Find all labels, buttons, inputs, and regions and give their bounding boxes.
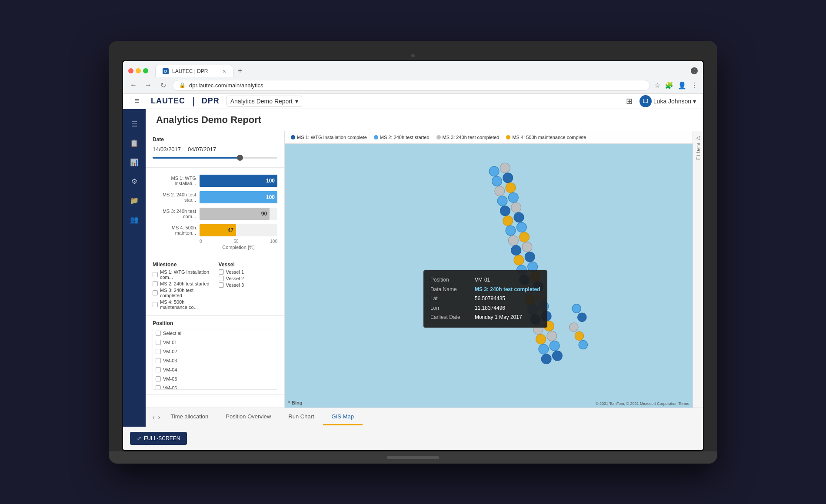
- app-logo-right: DPR: [202, 96, 220, 106]
- more-options-icon[interactable]: ⋮: [691, 81, 698, 90]
- position-item-vm03[interactable]: VM-03: [153, 357, 277, 365]
- tabs-prev-button[interactable]: ‹: [151, 414, 157, 421]
- milestone-checkbox-4[interactable]: [153, 302, 158, 307]
- vessel-checkbox-1[interactable]: [219, 269, 224, 275]
- bar-row-ms1: MS 1: WTG Installati... 100: [153, 175, 277, 187]
- user-section: ⊞ LJ Luka Johnson ▾: [626, 95, 696, 107]
- filters-collapse-button[interactable]: ◁: [696, 135, 700, 141]
- address-actions: ☆ 🧩 👤 ⋮: [654, 81, 698, 90]
- position-label-vm04: VM-04: [163, 367, 177, 372]
- svg-point-44: [579, 340, 587, 349]
- tab-time-allocation[interactable]: Time allocation: [162, 409, 217, 425]
- milestone-item-1[interactable]: MS 1: WTG Installation com...: [153, 269, 212, 280]
- report-selector[interactable]: Analytics Demo Report ▾: [226, 96, 302, 107]
- vessel-checkbox-3[interactable]: [219, 282, 224, 288]
- tab-close-button[interactable]: ×: [223, 68, 226, 75]
- milestone-item-3[interactable]: MS 3: 240h test completed: [153, 288, 212, 298]
- position-item-vm02[interactable]: VM-02: [153, 348, 277, 355]
- filters-label[interactable]: Filters: [695, 143, 701, 160]
- minimize-button[interactable]: [136, 68, 141, 73]
- extensions-icon[interactable]: 🧩: [665, 81, 673, 90]
- position-checkbox-vm06[interactable]: [156, 385, 161, 390]
- tab-gis-map[interactable]: GIS Map: [323, 409, 363, 425]
- forward-button[interactable]: →: [143, 81, 153, 89]
- report-name: Analytics Demo Report: [230, 98, 293, 105]
- tab-label: LAUTEC | DPR: [172, 68, 208, 74]
- position-item-vm01[interactable]: VM-01: [153, 338, 277, 346]
- bar-outer-ms2: 100: [200, 191, 277, 203]
- completion-chart: MS 1: WTG Installati... 100 M: [153, 175, 277, 236]
- milestone-checkbox-2[interactable]: [153, 281, 158, 286]
- bar-label-ms4: MS 4: 500h mainten...: [153, 225, 196, 235]
- sidebar-item-users[interactable]: 👥: [127, 212, 142, 227]
- position-checkbox-vm05[interactable]: [156, 376, 161, 381]
- position-item-vm06[interactable]: VM-06: [153, 384, 277, 390]
- vessel-checkbox-2[interactable]: [219, 276, 224, 281]
- position-list[interactable]: Select all VM-01 VM-02: [153, 329, 277, 390]
- legend-item-ms4: MS 4: 500h maintenance complete: [506, 135, 586, 140]
- tabs-next-button[interactable]: ›: [157, 414, 162, 421]
- slider-thumb[interactable]: [237, 155, 243, 161]
- vessel-item-3[interactable]: Vessel 3: [219, 282, 278, 288]
- maximize-button[interactable]: [143, 68, 148, 73]
- position-checkbox-vm03[interactable]: [156, 358, 161, 363]
- map-area[interactable]: Position VM-01 Data Name MS 3: 240h test…: [285, 144, 693, 408]
- bottom-tabs: ‹ › Time allocation Position Overview Ru…: [146, 408, 703, 427]
- filter-columns: Milestone MS 1: WTG Installation com... …: [153, 262, 277, 311]
- account-icon[interactable]: 👤: [678, 81, 686, 90]
- user-avatar: LJ: [639, 95, 652, 107]
- bar-row-ms2: MS 2: 240h test star... 100: [153, 191, 277, 203]
- date-section: Date 14/03/2017 04/07/2017: [146, 131, 284, 168]
- tab-position-overview[interactable]: Position Overview: [217, 409, 280, 425]
- svg-point-17: [536, 334, 546, 344]
- user-name[interactable]: LJ Luka Johnson ▾: [639, 95, 696, 107]
- slider-fill: [153, 157, 240, 159]
- bookmark-icon[interactable]: ☆: [654, 81, 660, 90]
- url-text: dpr.lautec.com/main/analytics: [189, 82, 263, 89]
- position-item-vm04[interactable]: VM-04: [153, 366, 277, 374]
- sidebar-item-settings[interactable]: ⚙: [127, 173, 142, 189]
- browser-tab[interactable]: D LAUTEC | DPR ×: [155, 65, 233, 77]
- back-button[interactable]: ←: [128, 81, 139, 89]
- vessel-item-2[interactable]: Vessel 2: [219, 276, 278, 281]
- close-button[interactable]: [128, 68, 133, 73]
- milestone-item-4[interactable]: MS 4: 500h maintenance co...: [153, 299, 212, 310]
- sidebar-item-files[interactable]: 📁: [127, 192, 142, 208]
- svg-point-8: [511, 245, 521, 255]
- svg-point-27: [520, 232, 530, 242]
- position-item-vm05[interactable]: VM-05: [153, 375, 277, 383]
- position-checkbox-vm01[interactable]: [156, 340, 161, 345]
- axis-label: Completion [%]: [153, 245, 277, 250]
- milestone-checkbox-1[interactable]: [153, 272, 158, 277]
- svg-point-23: [508, 192, 518, 202]
- tab-run-chart[interactable]: Run Chart: [280, 409, 323, 425]
- sidebar: ☰ 📋 📊 ⚙ 📁 👥: [123, 109, 146, 427]
- milestone-item-2[interactable]: MS 2: 240h test started: [153, 281, 212, 286]
- fullscreen-button[interactable]: ⤢ FULL-SCREEN: [130, 432, 187, 445]
- date-slider[interactable]: [153, 157, 277, 159]
- vessel-item-1[interactable]: Vessel 1: [219, 269, 278, 275]
- tooltip-dataname: Data Name MS 3: 240h test completed: [430, 285, 540, 295]
- svg-point-7: [508, 235, 518, 245]
- page-header: Analytics Demo Report: [146, 109, 703, 131]
- position-checkbox-vm04[interactable]: [156, 367, 161, 372]
- grid-icon[interactable]: ⊞: [626, 96, 633, 106]
- sidebar-item-list[interactable]: 📋: [127, 135, 142, 151]
- milestone-checkbox-3[interactable]: [153, 290, 158, 295]
- hamburger-button[interactable]: ≡: [130, 96, 144, 106]
- date-start[interactable]: 14/03/2017: [153, 146, 181, 153]
- sidebar-item-chart[interactable]: 📊: [127, 154, 142, 170]
- browser-menu-button[interactable]: ⋮: [691, 67, 698, 74]
- position-checkbox-vm02[interactable]: [156, 349, 161, 354]
- position-checkbox-all[interactable]: [156, 331, 161, 336]
- position-title: Position: [153, 320, 277, 326]
- lock-icon: 🔒: [179, 82, 186, 88]
- add-tab-button[interactable]: +: [233, 65, 247, 77]
- date-end[interactable]: 04/07/2017: [188, 146, 216, 153]
- sidebar-item-menu[interactable]: ☰: [127, 116, 142, 132]
- url-input[interactable]: 🔒 dpr.lautec.com/main/analytics: [173, 80, 650, 91]
- refresh-button[interactable]: ↻: [158, 81, 168, 90]
- bar-label-ms3: MS 3: 240h test com...: [153, 209, 196, 219]
- position-select-all[interactable]: Select all: [153, 329, 277, 337]
- legend-dot-ms2: [374, 135, 378, 139]
